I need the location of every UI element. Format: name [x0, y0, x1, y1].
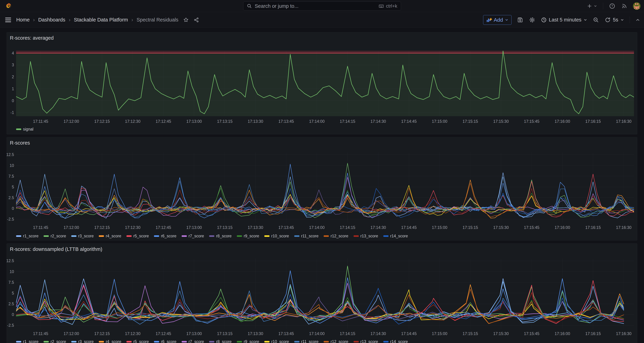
x-tick-label: 17:14:30 — [364, 225, 392, 230]
legend-item-r4_score[interactable]: r4_score — [99, 339, 121, 343]
breadcrumb-folder[interactable]: Stackable Data Platform — [74, 17, 128, 23]
legend-label: r9_score — [244, 339, 259, 343]
refresh-controls: 5s — [604, 17, 624, 23]
help-button[interactable]: ? — [609, 3, 615, 9]
legend-item-r3_score[interactable]: r3_score — [71, 234, 94, 238]
panel-r-scores-averaged: R-scores: averaged 17:11:4517:12:0017:12… — [6, 32, 637, 134]
x-tick-label: 17:12:15 — [88, 225, 116, 230]
legend-item-r4_score[interactable]: r4_score — [99, 234, 121, 238]
panel-plot-area: 17:11:4517:12:0017:12:1517:12:3017:12:45… — [7, 137, 637, 240]
legend-label: r14_score — [390, 339, 408, 343]
legend-swatch — [44, 235, 49, 237]
news-button[interactable] — [621, 3, 627, 9]
grafana-logo-icon — [5, 3, 12, 10]
legend-swatch — [71, 235, 76, 237]
search-placeholder: Search or jump to... — [255, 3, 376, 9]
x-tick-label: 17:12:45 — [150, 331, 177, 336]
legend-swatch — [383, 235, 388, 237]
grafana-home-button[interactable] — [4, 3, 12, 10]
rss-icon — [621, 3, 627, 9]
clock-icon — [541, 17, 547, 23]
legend-item-r9_score[interactable]: r9_score — [237, 339, 259, 343]
time-range-picker[interactable]: Last 5 minutes — [541, 17, 588, 23]
x-tick-label: 17:15:15 — [456, 331, 484, 336]
y-tick-label: 0 — [3, 98, 14, 103]
y-tick-label: 3 — [3, 63, 14, 67]
legend-item-r5_score[interactable]: r5_score — [126, 339, 149, 343]
legend-item-r10_score[interactable]: r10_score — [264, 234, 289, 238]
legend-item-r11_score[interactable]: r11_score — [294, 339, 319, 343]
y-tick-label: 12.5 — [3, 152, 14, 157]
x-tick-label: 17:11:45 — [27, 225, 54, 230]
add-panel-icon — [486, 17, 492, 23]
legend-swatch — [16, 341, 21, 342]
legend-item-signal[interactable]: signal — [16, 127, 34, 132]
legend-label: r1_score — [23, 234, 38, 238]
x-tick-label: 17:13:30 — [242, 225, 269, 230]
x-tick-label: 17:15:45 — [518, 225, 546, 230]
legend-item-r11_score[interactable]: r11_score — [294, 234, 319, 238]
legend-item-r14_score[interactable]: r14_score — [383, 339, 408, 343]
collapse-toolbar-button[interactable] — [635, 18, 640, 22]
legend-label: r10_score — [271, 234, 289, 238]
breadcrumb-home[interactable]: Home — [16, 17, 30, 23]
search-input[interactable]: Search or jump to... ctrl+k — [243, 2, 401, 11]
x-tick-label: 17:15:15 — [456, 119, 484, 124]
x-tick-label: 17:13:15 — [211, 331, 238, 336]
chevron-down-icon[interactable] — [620, 18, 624, 22]
legend-item-r6_score[interactable]: r6_score — [154, 339, 176, 343]
x-tick-label: 17:15:30 — [487, 119, 515, 124]
breadcrumb-current-dashboard: Spectral Residuals — [136, 17, 178, 23]
add-panel-button[interactable]: Add — [483, 15, 511, 25]
legend-swatch — [126, 235, 132, 237]
legend-item-r2_score[interactable]: r2_score — [44, 339, 66, 343]
legend-item-r3_score[interactable]: r3_score — [71, 339, 94, 343]
refresh-button[interactable] — [604, 17, 611, 23]
user-avatar[interactable] — [633, 2, 640, 10]
legend-item-r8_score[interactable]: r8_score — [209, 234, 232, 238]
save-dashboard-button[interactable] — [517, 17, 523, 23]
time-series-plot[interactable] — [16, 153, 634, 223]
legend-item-r13_score[interactable]: r13_score — [354, 234, 378, 238]
mega-menu-button[interactable] — [5, 18, 11, 22]
y-tick-label: 2 — [3, 75, 14, 79]
new-menu-button[interactable] — [587, 3, 597, 9]
legend-item-r1_score[interactable]: r1_score — [16, 234, 38, 238]
legend-item-r13_score[interactable]: r13_score — [354, 339, 378, 343]
legend: r1_scorer2_scorer3_scorer4_scorer5_score… — [16, 234, 408, 238]
y-tick-label: -1 — [3, 110, 14, 115]
share-button[interactable] — [194, 17, 199, 23]
legend-swatch — [182, 235, 187, 237]
time-series-plot[interactable] — [16, 259, 634, 329]
x-tick-label: 17:14:00 — [303, 225, 331, 230]
time-series-plot[interactable] — [16, 51, 634, 116]
y-tick-label: 10 — [3, 163, 14, 168]
legend-item-r10_score[interactable]: r10_score — [264, 339, 289, 343]
x-tick-label: 17:16:30 — [610, 119, 638, 124]
legend-swatch — [16, 235, 21, 237]
dashboard-settings-button[interactable] — [529, 17, 535, 23]
legend-item-r7_score[interactable]: r7_score — [182, 339, 204, 343]
y-tick-label: 2.5 — [3, 301, 14, 306]
x-tick-label: 17:13:45 — [272, 331, 300, 336]
legend-item-r1_score[interactable]: r1_score — [16, 339, 38, 343]
x-tick-label: 17:11:45 — [27, 119, 54, 124]
x-tick-label: 17:15:30 — [487, 331, 515, 336]
x-tick-label: 17:16:00 — [548, 225, 576, 230]
legend-item-r9_score[interactable]: r9_score — [237, 234, 259, 238]
legend-item-r14_score[interactable]: r14_score — [383, 234, 408, 238]
legend-item-r5_score[interactable]: r5_score — [126, 234, 149, 238]
refresh-interval-label[interactable]: 5s — [613, 17, 618, 23]
breadcrumb-dashboards[interactable]: Dashboards — [38, 17, 65, 23]
legend-item-r8_score[interactable]: r8_score — [209, 339, 232, 343]
legend-item-r12_score[interactable]: r12_score — [324, 339, 348, 343]
add-button-label: Add — [494, 17, 503, 23]
legend-item-r2_score[interactable]: r2_score — [44, 234, 66, 238]
legend-item-r6_score[interactable]: r6_score — [154, 234, 176, 238]
legend-item-r12_score[interactable]: r12_score — [324, 234, 348, 238]
favorite-button[interactable] — [183, 17, 189, 23]
zoom-out-time-button[interactable] — [593, 17, 599, 23]
legend-item-r7_score[interactable]: r7_score — [182, 234, 204, 238]
x-tick-label: 17:16:00 — [548, 119, 576, 124]
legend-label: r9_score — [244, 234, 259, 238]
